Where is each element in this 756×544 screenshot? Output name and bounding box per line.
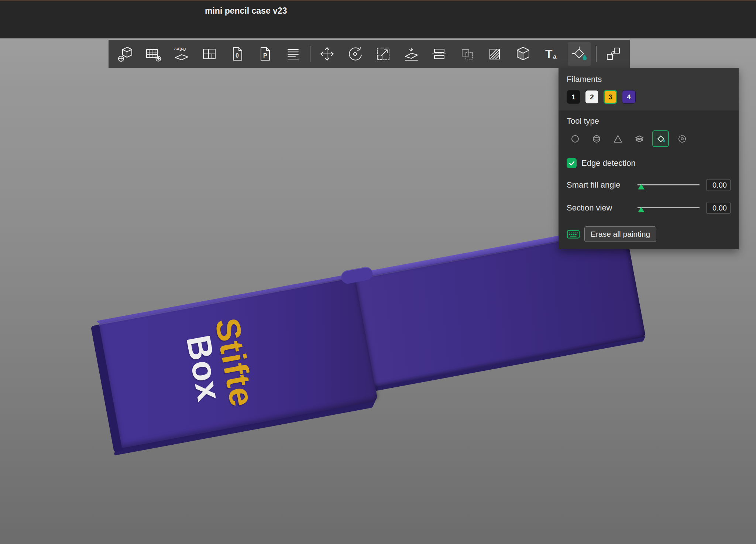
toolbar-object-list-button[interactable] xyxy=(282,42,305,66)
assembly-icon xyxy=(604,45,622,63)
toolbar-seam-paint-button[interactable] xyxy=(512,42,535,66)
arrange-icon xyxy=(200,45,218,63)
toolbar-arrange-button[interactable] xyxy=(198,42,221,66)
object-list-icon xyxy=(284,45,302,63)
smart-fill-angle-label: Smart fill angle xyxy=(567,180,638,190)
filaments-label: Filaments xyxy=(567,75,731,84)
section-view-slider[interactable] xyxy=(638,202,700,213)
filament-4-swatch[interactable]: 4 xyxy=(622,90,636,104)
text-tool-icon: T a xyxy=(542,45,560,63)
tool-type-triangle[interactable] xyxy=(609,130,626,147)
sphere-brush-icon xyxy=(591,134,602,144)
rotate-icon xyxy=(346,45,364,63)
toolbar-add-plate-button[interactable] xyxy=(142,42,165,66)
edge-detection-label: Edge detection xyxy=(581,158,636,168)
toolbar-place-on-face-button[interactable] xyxy=(400,42,423,66)
svg-text:0: 0 xyxy=(236,52,239,59)
toolbar-color-paint-button[interactable] xyxy=(568,42,591,66)
check-icon xyxy=(568,160,575,167)
smart-fill-angle-value[interactable]: 0.00 xyxy=(706,179,731,191)
fill-bucket-icon xyxy=(656,134,666,144)
toolbar-move-button[interactable] xyxy=(316,42,339,66)
toolbar-separator xyxy=(596,46,597,62)
height-range-icon xyxy=(634,134,645,144)
cut-icon xyxy=(430,45,448,63)
toolbar-add-object-button[interactable] xyxy=(114,42,137,66)
tool-type-height-range[interactable] xyxy=(631,130,647,147)
add-plate-icon xyxy=(144,45,162,63)
main-toolbar: AUTO 0 P xyxy=(109,40,630,68)
seam-paint-icon xyxy=(514,45,532,63)
place-on-face-icon xyxy=(402,45,420,63)
section-view-label: Section view xyxy=(567,203,638,213)
move-icon xyxy=(318,45,336,63)
mesh-boolean-icon xyxy=(458,45,476,63)
smart-fill-angle-slider[interactable] xyxy=(638,179,700,191)
toolbar-auto-orient-button[interactable]: AUTO xyxy=(170,42,193,66)
edge-detection-checkbox[interactable] xyxy=(567,158,577,168)
toolbar-separator xyxy=(310,46,310,62)
tool-type-circle[interactable] xyxy=(567,130,583,147)
toolbar-support-paint-button[interactable] xyxy=(484,42,506,66)
auto-orient-icon: AUTO xyxy=(172,45,190,63)
svg-text:T: T xyxy=(545,47,553,61)
triangle-brush-icon xyxy=(613,134,623,144)
model-pencil-case[interactable]: Stifte Box xyxy=(99,226,649,451)
filaments-section: Filaments 1 2 3 4 xyxy=(559,68,739,110)
scale-icon xyxy=(374,45,392,63)
toolbar-import-page-button[interactable]: P xyxy=(254,42,276,66)
slider-track xyxy=(638,184,700,185)
filament-2-number: 2 xyxy=(590,93,594,101)
tool-type-sphere[interactable] xyxy=(588,130,605,147)
circle-brush-icon xyxy=(570,134,580,144)
titlebar: mini pencil case v23 xyxy=(0,0,756,38)
keyboard-shortcut-icon xyxy=(567,229,580,240)
toolbar-cut-button[interactable] xyxy=(428,42,451,66)
slider-track xyxy=(638,207,700,208)
toolbar-mesh-boolean-button[interactable] xyxy=(456,42,479,66)
paint-panel-body: Tool type xyxy=(559,110,739,242)
tool-type-row xyxy=(567,130,731,147)
smart-fill-angle-row: Smart fill angle 0.00 xyxy=(567,179,731,191)
gap-fill-icon xyxy=(677,134,687,144)
svg-text:P: P xyxy=(263,52,267,59)
toolbar-rotate-button[interactable] xyxy=(344,42,367,66)
slider-thumb[interactable] xyxy=(638,207,645,212)
tool-type-fill[interactable] xyxy=(652,130,669,147)
erase-all-painting-button[interactable]: Erase all painting xyxy=(584,226,656,242)
toolbar-text-tool-button[interactable]: T a xyxy=(540,42,563,66)
filament-3-swatch[interactable]: 3 xyxy=(604,90,617,104)
model-painted-text: Stifte Box xyxy=(159,298,279,433)
paint-tool-panel: Filaments 1 2 3 4 Tool type xyxy=(559,68,739,249)
slider-thumb[interactable] xyxy=(638,184,645,189)
filament-2-swatch[interactable]: 2 xyxy=(585,90,599,104)
filament-1-number: 1 xyxy=(571,93,575,101)
add-cube-icon xyxy=(116,45,134,63)
filament-1-swatch[interactable]: 1 xyxy=(567,90,580,104)
section-view-value[interactable]: 0.00 xyxy=(706,202,731,214)
document-0-icon: 0 xyxy=(228,45,246,63)
erase-row: Erase all painting xyxy=(567,226,731,242)
edge-detection-row: Edge detection xyxy=(567,158,731,168)
filament-swatches: 1 2 3 4 xyxy=(567,90,731,104)
filament-4-number: 4 xyxy=(627,93,631,101)
support-paint-icon xyxy=(486,45,504,63)
toolbar-scale-button[interactable] xyxy=(372,42,395,66)
document-p-icon: P xyxy=(256,45,274,63)
filament-3-number: 3 xyxy=(608,93,612,101)
section-view-row: Section view 0.00 xyxy=(567,202,731,214)
color-paint-icon xyxy=(570,45,588,63)
toolbar-assembly-button[interactable] xyxy=(602,42,625,66)
tool-type-label: Tool type xyxy=(567,116,731,126)
toolbar-import-geometry-button[interactable]: 0 xyxy=(226,42,249,66)
svg-text:a: a xyxy=(553,53,557,60)
project-title: mini pencil case v23 xyxy=(205,6,287,16)
tool-type-gap-fill[interactable] xyxy=(674,130,690,147)
